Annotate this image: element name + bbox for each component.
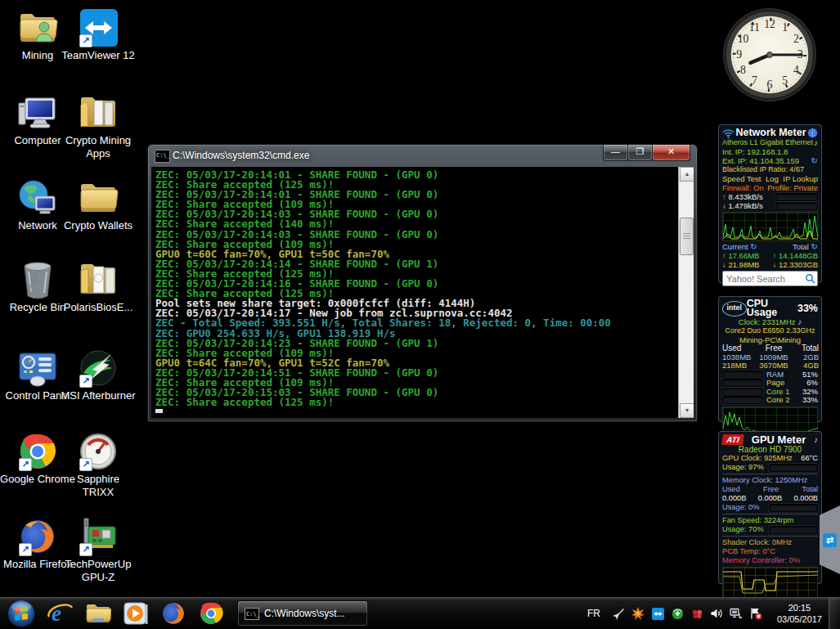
- shortcut-arrow-icon: ↗: [79, 34, 92, 47]
- cpu-name: Core2 Duo E6550 2.33GHz: [722, 326, 818, 335]
- search-input[interactable]: [725, 273, 805, 285]
- cpu-usage-gadget[interactable]: intel CPU Usage 33% Clock: 2331MHz ♪ Cor…: [718, 296, 822, 422]
- search-icon[interactable]: [805, 273, 815, 284]
- total-label: Total: [793, 242, 809, 251]
- fan-speed: Fan Speed: 3224rpm: [722, 516, 793, 525]
- console-line: ZEC: Share accepted (125 ms)!: [155, 398, 674, 407]
- taskbar-ie[interactable]: e: [47, 600, 74, 627]
- tray-idm-icon[interactable]: [671, 607, 685, 621]
- desktop-icon-label: Crypto Wallets: [61, 219, 136, 232]
- shader-clock: Shader Clock: 0MHz: [722, 538, 792, 547]
- vram-total: 0.000B: [794, 494, 818, 503]
- gpu-meter-gadget[interactable]: ATI GPU Meter ♪ Radeon HD 7900 GPU Clock…: [718, 431, 822, 584]
- windows-logo-icon: [7, 599, 36, 628]
- teamviewer-side-panel[interactable]: [820, 505, 840, 574]
- graphics-card-icon: ↗: [78, 517, 119, 556]
- col-free: Free: [755, 344, 793, 353]
- system-tray: FR 20:15 03/05/2017: [587, 598, 840, 629]
- svg-text:6: 6: [767, 79, 773, 91]
- session-download-total: 12.3303GB: [779, 260, 818, 269]
- svg-text:5: 5: [782, 74, 788, 87]
- core2-percent: 33%: [802, 396, 818, 405]
- teamviewer-icon: ↗: [78, 8, 119, 47]
- pcb-temp: PCB Temp: 0°C: [722, 547, 775, 556]
- svg-text:4: 4: [793, 64, 799, 76]
- yahoo-search-box: [722, 271, 818, 286]
- core1-bar: [722, 388, 763, 396]
- svg-text:12: 12: [764, 18, 775, 30]
- start-button[interactable]: [7, 599, 36, 628]
- shortcut-arrow-icon: ↗: [19, 458, 32, 471]
- scrollbar-thumb[interactable]: [680, 218, 694, 255]
- scroll-up-arrow[interactable]: ▲: [680, 167, 694, 182]
- memory-controller: Memory Controller: 0%: [722, 556, 800, 565]
- tray-time: 20:15: [777, 602, 822, 613]
- refresh-icon[interactable]: ↻: [811, 242, 818, 251]
- svg-text:10: 10: [738, 33, 749, 45]
- col-total: Total: [793, 344, 819, 353]
- close-button[interactable]: ✕: [652, 145, 690, 161]
- log-link[interactable]: Log: [766, 174, 779, 183]
- folder-user-icon: [17, 8, 58, 47]
- cmd-titlebar[interactable]: C:\_ C:\Windows\system32\cmd.exe — ❐ ✕: [148, 145, 697, 167]
- desktop-icon-polarisbios[interactable]: PolarisBiosE...: [61, 260, 136, 314]
- tray-clock[interactable]: 20:15 03/05/2017: [777, 602, 822, 625]
- network-meter-gadget[interactable]: Network Meter Atheros L1 Gigabit Etherne…: [718, 124, 822, 283]
- taskbar-cmd-button[interactable]: C:\_ C:\Windows\syst...: [237, 600, 368, 627]
- fan-usage: Usage: 70%: [722, 525, 764, 534]
- blacklist-ratio: Blacklisted IP Ratio: 4/67: [722, 165, 804, 174]
- desktop-icon-gpuz[interactable]: ↗ TechPowerUp GPU-Z: [61, 517, 136, 584]
- desktop-icon-msi-afterburner[interactable]: ↗ MSI Afterburner: [61, 348, 136, 402]
- gpu-usage-bar: [769, 464, 818, 472]
- svg-text:11: 11: [749, 21, 760, 34]
- desktop-icon-crypto-wallets[interactable]: Crypto Wallets: [61, 178, 136, 232]
- col-used: Used: [722, 344, 755, 353]
- desktop-icon-label: TechPowerUp GPU-Z: [61, 558, 136, 584]
- tray-berries-icon[interactable]: [690, 607, 704, 621]
- maximize-button[interactable]: ❐: [627, 145, 653, 161]
- language-indicator[interactable]: FR: [587, 608, 600, 619]
- tray-teamviewer-icon[interactable]: [651, 607, 665, 621]
- taskbar-chrome[interactable]: [198, 600, 224, 627]
- svg-text:1: 1: [782, 21, 788, 34]
- music-note-icon[interactable]: ♪: [814, 435, 818, 444]
- minimize-button[interactable]: —: [603, 145, 628, 161]
- taskbar-explorer[interactable]: [85, 600, 111, 627]
- taskbar: e C:\_ C:\Windows\syst... FR: [0, 597, 840, 629]
- show-desktop-button[interactable]: [829, 598, 840, 629]
- shortcut-arrow-icon: ↗: [79, 458, 92, 471]
- music-note-icon[interactable]: ♪: [797, 317, 802, 326]
- clock-gadget[interactable]: 1 2 3 4 5 6 7 8 9 10 11 12: [721, 7, 818, 110]
- scrollbar[interactable]: ▲ ▼: [678, 167, 694, 418]
- taskbar-wmp[interactable]: [123, 600, 149, 627]
- refresh-icon[interactable]: ↻: [811, 156, 818, 165]
- speed-test-link[interactable]: Speed Test: [722, 174, 761, 183]
- network-profile: Profile: Private: [767, 183, 818, 192]
- desktop-icon-sapphire-trixx[interactable]: ↗ Sapphire TRIXX: [61, 432, 136, 499]
- music-note-icon[interactable]: ♪: [814, 138, 818, 147]
- tray-jet-icon[interactable]: [612, 607, 626, 621]
- action-center-flag-icon[interactable]: [749, 607, 763, 621]
- taskbar-firefox[interactable]: [160, 600, 186, 627]
- console-cursor: [155, 409, 163, 413]
- col-free: Free: [763, 485, 779, 494]
- firefox-icon: ↗: [17, 517, 58, 556]
- ip-lookup-link[interactable]: IP Lookup: [783, 174, 818, 183]
- desktop-icon-label: Crypto Mining Apps: [61, 134, 136, 160]
- page-free: 3670MB: [755, 362, 793, 371]
- volume-icon[interactable]: [710, 607, 724, 621]
- ram-bar: [722, 371, 763, 379]
- desktop-icon-teamviewer[interactable]: ↗ TeamViewer 12: [61, 8, 136, 62]
- page-bar: [722, 379, 763, 387]
- vram-usage-bar: [769, 504, 818, 512]
- gpu-temp: 66°C: [801, 454, 818, 463]
- chrome-icon: [198, 600, 224, 627]
- teamviewer-icon: [823, 533, 837, 547]
- scroll-down-arrow[interactable]: ▼: [680, 403, 694, 418]
- network-status-icon[interactable]: [730, 607, 743, 621]
- gadget-title: GPU Meter: [752, 435, 806, 444]
- tray-starburst-icon[interactable]: [631, 607, 645, 621]
- refresh-icon[interactable]: ↻: [750, 242, 757, 251]
- desktop-icon-crypto-mining-apps[interactable]: Crypto Mining Apps: [61, 93, 136, 160]
- vram-usage: Usage: 0%: [722, 503, 759, 512]
